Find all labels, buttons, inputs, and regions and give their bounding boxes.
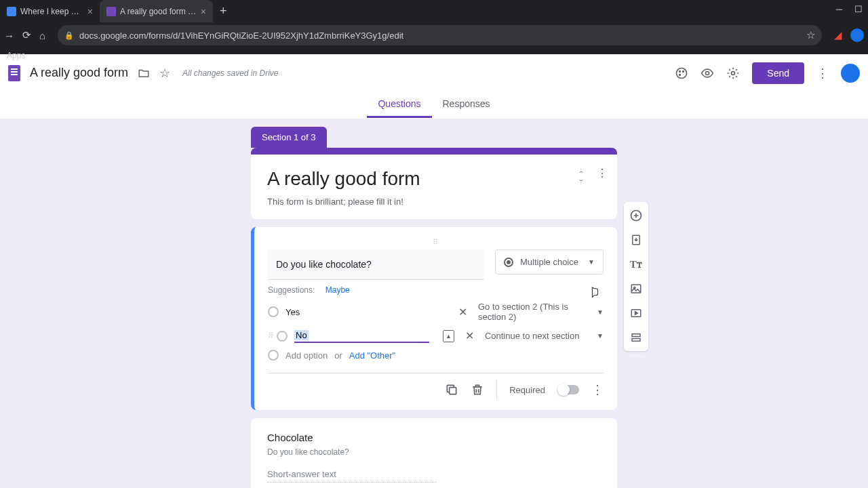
save-status: All changes saved in Drive: [182, 68, 278, 78]
option-row-active: ⠿ No ▲ ✕ Continue to next section ▼: [268, 329, 604, 343]
remove-option-icon[interactable]: ✕: [461, 329, 478, 342]
section-label: Section 1 of 3: [251, 127, 327, 148]
browser-tab[interactable]: Where I keep my Form - Google ×: [0, 0, 100, 22]
suggestions-label: Suggestions:: [268, 285, 315, 295]
more-icon[interactable]: ⋮: [597, 167, 608, 186]
add-video-icon[interactable]: [627, 304, 646, 323]
svg-rect-13: [632, 339, 640, 342]
svg-rect-6: [450, 388, 456, 394]
maximize-icon[interactable]: ☐: [854, 4, 863, 14]
add-question-icon[interactable]: [627, 206, 646, 225]
radio-icon: [277, 331, 288, 342]
required-toggle[interactable]: [557, 385, 579, 394]
radio-icon: [504, 258, 513, 267]
drag-handle-icon[interactable]: ⠿: [268, 238, 604, 247]
forms-logo[interactable]: [8, 65, 20, 81]
or-label: or: [334, 350, 342, 361]
svg-point-1: [679, 70, 681, 72]
svg-rect-12: [632, 334, 640, 337]
short-answer-placeholder: Short-answer text: [267, 469, 437, 483]
add-option-link[interactable]: Add option: [285, 350, 328, 361]
svg-point-3: [679, 74, 681, 75]
question-card[interactable]: Chocolate Do you like chocolate? Short-a…: [251, 418, 617, 488]
tab-title: Where I keep my Form - Google: [20, 7, 83, 16]
new-tab-button[interactable]: +: [213, 4, 234, 18]
dropdown-label: Multiple choice: [520, 257, 581, 267]
send-button[interactable]: Send: [752, 62, 804, 84]
minimize-icon[interactable]: ─: [836, 4, 842, 14]
browser-tab-active[interactable]: A really good form - Google Form ×: [100, 0, 213, 22]
required-label: Required: [509, 385, 545, 395]
question-title-input[interactable]: [268, 249, 484, 280]
delete-icon[interactable]: [471, 383, 484, 396]
goto-dropdown[interactable]: Go to section 2 (This is section 2) ▼: [478, 302, 604, 322]
tab-responses[interactable]: Responses: [432, 92, 501, 118]
duplicate-icon[interactable]: [445, 383, 458, 396]
tab-title: A really good form - Google Form: [120, 7, 197, 16]
import-questions-icon[interactable]: [627, 230, 646, 249]
close-tab-icon[interactable]: ×: [201, 6, 206, 17]
more-icon[interactable]: ⋮: [816, 66, 829, 81]
question-subtitle: Do you like chocolate?: [267, 447, 601, 457]
forward-icon[interactable]: →: [4, 30, 14, 41]
question-card-active: ⠿ Multiple choice ▼ Suggestions: Maybe Y…: [251, 227, 617, 410]
svg-point-0: [677, 68, 687, 78]
form-header-title[interactable]: A really good form: [267, 168, 601, 190]
forms-favicon: [106, 7, 116, 16]
form-header-description[interactable]: This form is brilliant; please fill it i…: [267, 197, 601, 207]
radio-icon: [268, 306, 279, 317]
add-section-icon[interactable]: [627, 328, 646, 347]
drag-handle-icon[interactable]: ⠿: [268, 331, 273, 340]
star-icon[interactable]: ☆: [159, 66, 170, 81]
option-row: Yes ✕ Go to section 2 (This is section 2…: [268, 302, 604, 322]
extension-icon[interactable]: ◢: [834, 29, 842, 41]
reload-icon[interactable]: ⟳: [22, 29, 31, 41]
add-image-icon[interactable]: [627, 279, 646, 298]
option-text[interactable]: Yes: [285, 307, 300, 317]
svg-point-5: [732, 71, 735, 75]
add-title-icon[interactable]: Tᴛ: [627, 255, 646, 274]
goto-dropdown[interactable]: Continue to next section ▼: [485, 331, 604, 341]
more-icon[interactable]: ⋮: [591, 382, 604, 397]
preview-icon[interactable]: [701, 66, 714, 80]
question-type-dropdown[interactable]: Multiple choice ▼: [495, 249, 604, 274]
form-title[interactable]: A really good form: [30, 66, 128, 80]
svg-point-2: [683, 70, 684, 72]
settings-icon[interactable]: [726, 66, 740, 80]
bookmark-apps[interactable]: Apps: [7, 51, 25, 60]
chevron-down-icon: ▼: [597, 308, 604, 316]
form-header-card[interactable]: A really good form This form is brillian…: [251, 148, 617, 219]
radio-icon: [268, 350, 279, 361]
add-other-link[interactable]: Add "Other": [349, 350, 396, 361]
remove-option-icon[interactable]: ✕: [454, 306, 471, 319]
lock-icon: 🔒: [64, 31, 74, 40]
home-icon[interactable]: ⌂: [39, 30, 45, 41]
question-title: Chocolate: [267, 432, 601, 443]
star-icon[interactable]: ☆: [806, 29, 815, 41]
tab-questions[interactable]: Questions: [367, 92, 431, 118]
image-icon[interactable]: ▲: [443, 330, 454, 342]
url-bar[interactable]: 🔒 docs.google.com/forms/d/1VihEYnGiRQtiZ…: [58, 25, 822, 45]
close-tab-icon[interactable]: ×: [87, 6, 93, 17]
profile-avatar[interactable]: [850, 28, 864, 42]
chevron-down-icon: ▼: [588, 258, 595, 266]
side-toolbar: Tᴛ: [624, 202, 648, 351]
svg-point-4: [706, 71, 709, 75]
option-input[interactable]: No: [294, 329, 429, 343]
folder-icon[interactable]: [138, 67, 150, 79]
cursor-icon: [589, 286, 601, 301]
url-text: docs.google.com/forms/d/1VihEYnGiRQtiZio…: [74, 30, 806, 41]
docs-favicon: [7, 7, 16, 16]
user-avatar[interactable]: [841, 64, 860, 83]
chevron-down-icon: ▼: [597, 332, 604, 340]
suggestion-chip[interactable]: Maybe: [326, 285, 350, 295]
palette-icon[interactable]: [675, 66, 688, 80]
collapse-icon[interactable]: ⌃⌄: [578, 171, 585, 182]
